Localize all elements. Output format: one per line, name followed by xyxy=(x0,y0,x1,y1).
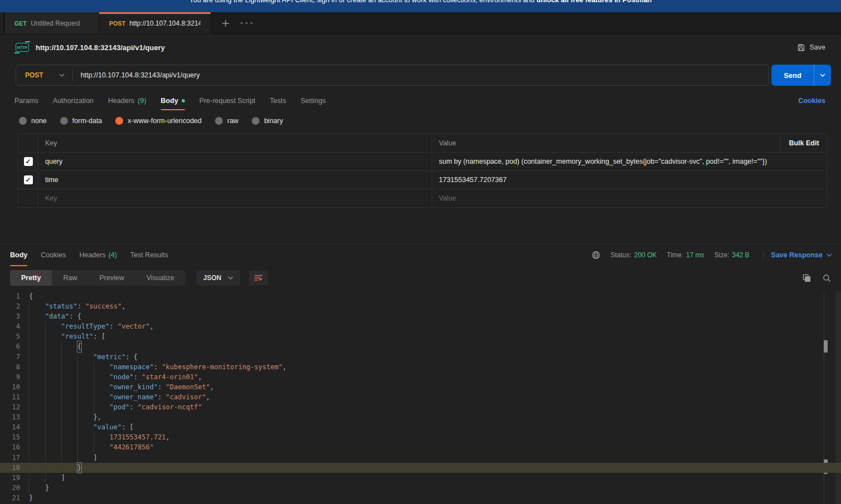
new-tab-button[interactable] xyxy=(218,16,233,31)
json-key: "namespace" xyxy=(109,362,153,372)
body-mode-form-data[interactable]: form-data xyxy=(60,117,102,125)
json-key: "status" xyxy=(45,301,77,311)
tab-pre-request-script[interactable]: Pre-request Script xyxy=(199,92,256,109)
value-cell[interactable]: Value xyxy=(432,189,827,207)
save-response-button[interactable]: Save Response xyxy=(771,251,832,259)
signin-banner[interactable]: You are using the Lightweight API Client… xyxy=(0,0,841,12)
view-mode-group: PrettyRawPreviewVisualize xyxy=(10,270,185,286)
code-content: "442617856" xyxy=(29,442,154,452)
request-title: http://10.107.104.8:32143/api/v1/query xyxy=(36,43,165,52)
code-line[interactable]: 5"result": [ xyxy=(0,331,841,341)
tab-options-button[interactable]: ∘∘∘ xyxy=(239,16,255,31)
json-key: "node" xyxy=(109,372,133,382)
view-tab-visualize[interactable]: Visualize xyxy=(135,270,185,286)
tab-title: http://10.107.104.8:3214 xyxy=(129,19,201,27)
code-line[interactable]: 18} xyxy=(0,463,841,473)
code-line[interactable]: 14"value": [ xyxy=(0,422,841,432)
tab-authorization[interactable]: Authorization xyxy=(53,92,94,109)
code-line[interactable]: 21} xyxy=(0,493,841,503)
json-punctuation: , xyxy=(210,382,214,392)
json-key: "owner_kind" xyxy=(109,382,158,392)
tab-headers[interactable]: Headers(9) xyxy=(108,92,146,109)
code-line[interactable]: 12"pod": "cadvisor-ncqtf" xyxy=(0,402,841,412)
code-line[interactable]: 7"metric": { xyxy=(0,352,841,362)
section-divider xyxy=(0,208,841,244)
body-mode-none[interactable]: none xyxy=(19,117,47,125)
tab-method-label: GET xyxy=(14,20,27,27)
send-options-button[interactable] xyxy=(814,65,831,86)
format-label: JSON xyxy=(203,274,222,282)
indent-guide xyxy=(45,422,61,432)
copy-button[interactable] xyxy=(801,272,812,283)
response-tab-cookies[interactable]: Cookies xyxy=(41,246,66,265)
view-tab-preview[interactable]: Preview xyxy=(88,270,135,286)
value-cell[interactable]: Value xyxy=(432,134,780,152)
code-line[interactable]: 19] xyxy=(0,473,841,483)
key-cell[interactable]: Key xyxy=(38,189,432,207)
line-number: 15 xyxy=(0,432,29,442)
value-cell[interactable]: 1731553457.7207367 xyxy=(432,171,827,189)
code-line[interactable]: 1{ xyxy=(0,291,841,301)
tab-settings[interactable]: Settings xyxy=(301,92,326,109)
view-tab-pretty[interactable]: Pretty xyxy=(10,270,52,286)
response-tab-body[interactable]: Body xyxy=(10,246,27,265)
tab-actions: ∘∘∘ xyxy=(211,12,255,34)
code-content: }, xyxy=(29,412,101,422)
code-line[interactable]: 17] xyxy=(0,453,841,463)
view-tab-raw[interactable]: Raw xyxy=(52,270,88,286)
indent-guide xyxy=(61,432,77,442)
response-tab-test-results[interactable]: Test Results xyxy=(130,246,168,265)
key-cell[interactable]: time xyxy=(38,171,432,189)
tab-label: Params xyxy=(14,97,38,105)
value-cell[interactable]: sum by (namespace, pod) (container_memor… xyxy=(432,153,827,170)
table-row: ✓time1731553457.7207367 xyxy=(18,171,827,189)
response-tab-headers[interactable]: Headers(4) xyxy=(79,246,117,265)
table-header-row: KeyValueBulk Edit xyxy=(18,134,827,153)
tab-tests[interactable]: Tests xyxy=(270,92,286,109)
code-line[interactable]: 11"owner_name": "cadvisor", xyxy=(0,392,841,402)
cookies-link[interactable]: Cookies xyxy=(798,97,825,105)
response-actions xyxy=(801,272,832,283)
code-line[interactable]: 6{ xyxy=(0,341,841,351)
response-body-code[interactable]: 1{2"status": "success",3"data": {4"resul… xyxy=(0,291,841,504)
code-line[interactable]: 3"data": { xyxy=(0,311,841,321)
body-mode-binary[interactable]: binary xyxy=(252,117,283,125)
bulk-edit-button[interactable]: Bulk Edit xyxy=(780,134,827,152)
save-button[interactable]: Save xyxy=(797,43,826,52)
body-mode-x-www-form-urlencoded[interactable]: x-www-form-urlencoded xyxy=(115,117,202,125)
code-line[interactable]: 9"node": "star4-orin01", xyxy=(0,372,841,382)
url-input[interactable]: http://10.107.104.8:32143/api/v1/query xyxy=(73,71,208,79)
method-selector[interactable]: POST xyxy=(16,65,72,85)
indent-guide xyxy=(61,392,77,402)
format-dropdown[interactable]: JSON xyxy=(197,270,241,286)
globe-icon[interactable] xyxy=(591,251,600,260)
code-line[interactable]: 13}, xyxy=(0,412,841,422)
send-label[interactable]: Send xyxy=(771,65,814,86)
checkbox[interactable]: ✓ xyxy=(24,175,33,184)
tab-label: Body xyxy=(161,97,178,105)
value-text: sum by (namespace, pod) (container_memor… xyxy=(439,158,767,165)
chevron-down-icon xyxy=(820,74,825,77)
method-label: POST xyxy=(25,71,43,79)
code-line[interactable]: 10"owner_kind": "DaemonSet", xyxy=(0,382,841,392)
request-tab[interactable]: GETUntitled Request xyxy=(4,12,99,34)
code-line[interactable]: 16"442617856" xyxy=(0,442,841,452)
response-pane: BodyCookiesHeaders(4)Test Results Status… xyxy=(0,246,841,504)
send-button[interactable]: Send xyxy=(771,65,831,86)
json-string: "cadvisor-ncqtf" xyxy=(138,402,202,412)
request-tab[interactable]: POSThttp://10.107.104.8:3214 xyxy=(99,12,211,34)
key-cell[interactable]: Key xyxy=(38,134,432,152)
radio-label: form-data xyxy=(72,117,102,125)
tab-params[interactable]: Params xyxy=(14,92,38,109)
code-line[interactable]: 151731553457.721, xyxy=(0,432,841,442)
key-cell[interactable]: query xyxy=(38,153,432,170)
search-button[interactable] xyxy=(821,272,832,283)
body-mode-raw[interactable]: raw xyxy=(215,117,238,125)
code-line[interactable]: 20} xyxy=(0,483,841,493)
code-line[interactable]: 8"namespace": "kubesphere-monitoring-sys… xyxy=(0,362,841,372)
tab-body[interactable]: Body xyxy=(161,92,185,109)
code-line[interactable]: 2"status": "success", xyxy=(0,301,841,311)
checkbox[interactable]: ✓ xyxy=(24,157,33,166)
wrap-text-button[interactable] xyxy=(249,271,268,285)
code-line[interactable]: 4"resultType": "vector", xyxy=(0,321,841,331)
